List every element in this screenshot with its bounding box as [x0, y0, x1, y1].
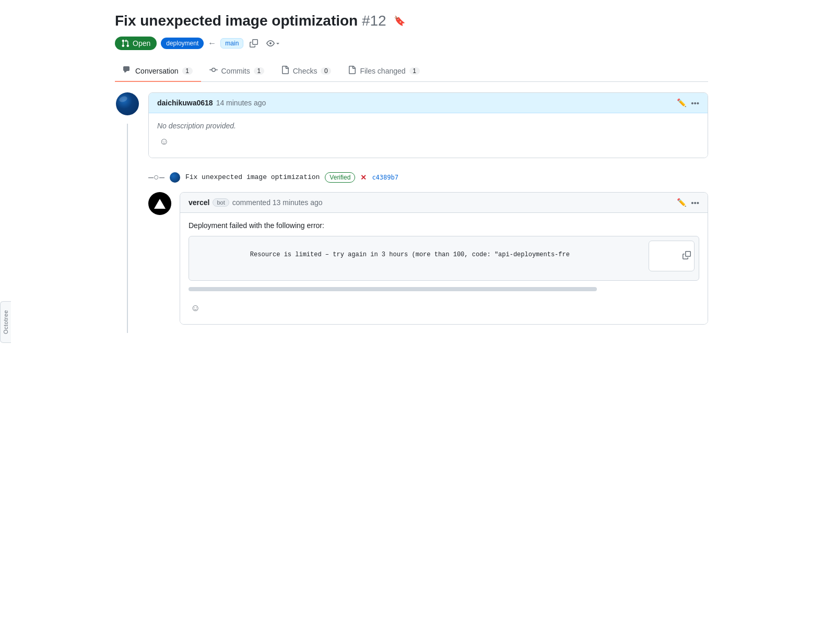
first-comment-author[interactable]: daichikuwa0618	[157, 99, 213, 107]
vercel-author[interactable]: vercel	[189, 198, 209, 207]
copy-icon	[250, 39, 258, 47]
vercel-more-options-icon[interactable]: •••	[691, 198, 699, 207]
pr-title: Fix unexpected image optimization #12	[115, 13, 386, 29]
copy-branch-button[interactable]	[248, 37, 260, 50]
content-area: daichikuwa0618 14 minutes ago ✏️ ••• No …	[115, 92, 708, 333]
deployment-error-text: Deployment failed with the following err…	[189, 221, 699, 230]
vercel-comment-body: Deployment failed with the following err…	[180, 213, 708, 324]
first-comment-header-left: daichikuwa0618 14 minutes ago	[157, 99, 266, 107]
tab-checks[interactable]: Checks 0	[273, 61, 340, 82]
tabs-row: Conversation 1 Commits 1 Checks 0	[115, 61, 708, 82]
vercel-comment-header-left: vercel bot commented 13 minutes ago	[189, 198, 323, 207]
tab-checks-label: Checks	[293, 67, 318, 75]
bot-badge: bot	[213, 198, 229, 207]
first-comment-box: daichikuwa0618 14 minutes ago ✏️ ••• No …	[148, 92, 708, 158]
pr-number: #12	[362, 13, 386, 29]
vercel-comment-row: vercel bot commented 13 minutes ago ✏️ •…	[148, 192, 708, 333]
scrollbar[interactable]	[189, 287, 597, 291]
first-comment-time: 14 minutes ago	[216, 99, 266, 107]
tab-files-changed-label: Files changed	[360, 67, 405, 75]
vercel-comment-action: commented 13 minutes ago	[232, 198, 323, 207]
commit-row: –○– Fix unexpected image optimization Ve…	[136, 166, 708, 188]
tab-files-changed[interactable]: Files changed 1	[339, 61, 428, 82]
octotree-tab[interactable]: Octotree	[0, 301, 11, 343]
more-options-icon[interactable]: •••	[691, 99, 699, 108]
open-pr-icon	[121, 39, 130, 47]
no-description-text: No description provided.	[157, 122, 699, 130]
chevron-down-icon	[275, 40, 281, 46]
vercel-edit-icon[interactable]: ✏️	[677, 198, 687, 207]
tab-commits-label: Commits	[221, 67, 250, 75]
files-changed-icon	[348, 66, 356, 76]
deployment-badge[interactable]: deployment	[161, 38, 204, 49]
timeline-line	[127, 124, 128, 333]
copy-code-icon	[683, 251, 691, 259]
emoji-reaction-button[interactable]: ☺	[157, 134, 171, 149]
commits-icon	[209, 66, 218, 76]
first-comment-header: daichikuwa0618 14 minutes ago ✏️ •••	[149, 93, 708, 113]
first-comment-actions: ✏️ •••	[677, 98, 699, 108]
status-badge: Open	[115, 37, 157, 50]
vercel-triangle-icon	[154, 199, 166, 209]
checks-icon	[281, 66, 289, 76]
copy-code-button[interactable]	[649, 241, 695, 271]
pr-meta-row: Open deployment ← main	[115, 37, 708, 50]
error-code-block: Resource is limited – try again in 3 hou…	[189, 236, 699, 281]
tab-conversation-label: Conversation	[135, 67, 179, 75]
tab-commits[interactable]: Commits 1	[201, 61, 273, 82]
vercel-emoji-reaction-button[interactable]: ☺	[189, 301, 202, 316]
vercel-comment-header: vercel bot commented 13 minutes ago ✏️ •…	[180, 193, 708, 213]
eye-icon	[266, 39, 275, 47]
commit-message[interactable]: Fix unexpected image optimization	[185, 173, 320, 181]
avatar	[116, 92, 139, 115]
commit-info: –○– Fix unexpected image optimization Ve…	[148, 172, 398, 183]
watch-button[interactable]	[264, 37, 283, 50]
commit-avatar	[170, 172, 180, 183]
vercel-comment-actions: ✏️ •••	[677, 198, 699, 207]
tab-conversation-count: 1	[182, 67, 193, 75]
tab-checks-count: 0	[321, 67, 331, 75]
left-sidebar	[115, 92, 140, 333]
tab-commits-count: 1	[254, 67, 264, 75]
conversation-icon	[123, 66, 132, 76]
bookmark-icon[interactable]: 🔖	[394, 15, 405, 27]
commit-hash[interactable]: c4389b7	[372, 174, 398, 181]
tab-conversation[interactable]: Conversation 1	[115, 61, 201, 82]
edit-icon[interactable]: ✏️	[677, 98, 687, 108]
x-status-icon: ✕	[360, 173, 367, 182]
tab-files-changed-count: 1	[409, 67, 420, 75]
first-comment-body: No description provided. ☺	[149, 113, 708, 158]
vercel-comment-box: vercel bot commented 13 minutes ago ✏️ •…	[180, 192, 708, 325]
arrow-left-icon: ←	[208, 39, 216, 48]
branch-badge[interactable]: main	[220, 38, 243, 49]
commit-line-icon: –○–	[148, 172, 164, 183]
vercel-avatar	[148, 192, 171, 215]
verified-badge: Verified	[325, 172, 355, 183]
main-content: daichikuwa0618 14 minutes ago ✏️ ••• No …	[148, 92, 708, 333]
